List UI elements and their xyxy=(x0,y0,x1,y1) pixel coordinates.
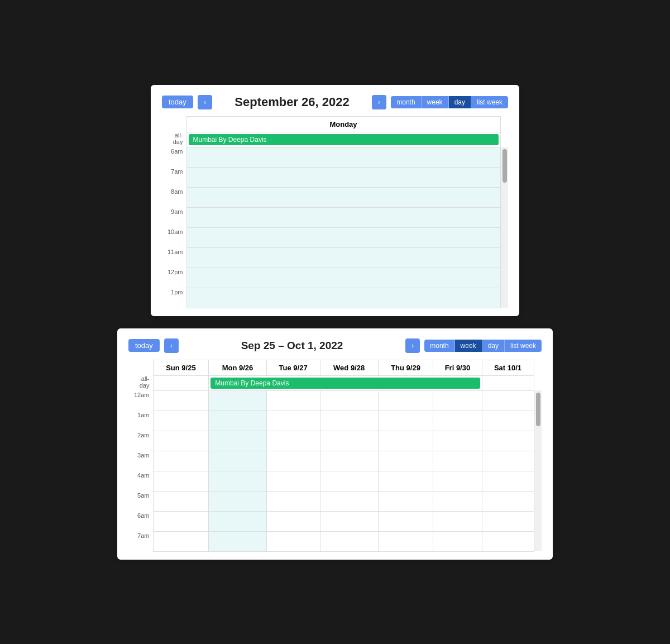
week-scrollbar[interactable] xyxy=(534,390,542,551)
day-grid: Monday all-day Mumbai By Deepa Davis 6am xyxy=(162,116,508,308)
top-view-buttons: month week day list week xyxy=(391,96,508,108)
time-row-6am: 6am xyxy=(162,147,508,167)
bottom-view-listweek[interactable]: list week xyxy=(505,340,542,352)
time-6am: 6am xyxy=(162,147,186,167)
week-row-5am: 5am xyxy=(128,491,542,511)
scrollbar[interactable] xyxy=(500,147,508,308)
week-allday-event-cell: Mumbai By Deepa Davis xyxy=(209,375,482,390)
day-toolbar: today ‹ September 26, 2022 › month week … xyxy=(162,95,508,109)
top-view-listweek[interactable]: list week xyxy=(471,96,508,108)
top-today-button[interactable]: today xyxy=(162,96,193,108)
week-col-sun: Sun 9/25 xyxy=(153,360,209,375)
day-view-card: today ‹ September 26, 2022 › month week … xyxy=(151,85,519,316)
bottom-event-bar[interactable]: Mumbai By Deepa Davis xyxy=(210,378,480,389)
allday-cell: Mumbai By Deepa Davis xyxy=(186,132,500,147)
week-toolbar: today ‹ Sep 25 – Oct 1, 2022 › month wee… xyxy=(128,338,542,353)
week-row-1am: 1am xyxy=(128,411,542,431)
top-date-title: September 26, 2022 xyxy=(217,95,367,109)
week-view-card: today ‹ Sep 25 – Oct 1, 2022 › month wee… xyxy=(117,328,553,560)
week-allday-row: all-day Mumbai By Deepa Davis xyxy=(128,375,542,390)
time-row-11am: 11am xyxy=(162,247,508,268)
bottom-today-button[interactable]: today xyxy=(128,339,160,352)
day-col-header: Monday xyxy=(186,116,500,132)
week-col-mon: Mon 9/26 xyxy=(209,360,266,375)
bottom-view-month[interactable]: month xyxy=(424,340,454,352)
week-col-sat: Sat 10/1 xyxy=(482,360,534,375)
time-row-10am: 10am xyxy=(162,227,508,247)
scroll-thumb xyxy=(502,149,507,183)
week-col-fri: Fri 9/30 xyxy=(433,360,482,375)
week-row-7am: 7am xyxy=(128,531,542,551)
time-row-8am: 8am xyxy=(162,187,508,207)
bottom-date-title: Sep 25 – Oct 1, 2022 xyxy=(183,340,401,352)
allday-row: all-day Mumbai By Deepa Davis xyxy=(162,132,508,147)
top-view-month[interactable]: month xyxy=(391,96,421,108)
bottom-view-week[interactable]: week xyxy=(455,340,482,352)
time-row-1pm: 1pm xyxy=(162,288,508,308)
allday-label: all-day xyxy=(162,132,186,147)
week-col-thu: Thu 9/29 xyxy=(378,360,433,375)
week-row-12am: 12am xyxy=(128,390,542,411)
week-grid: Sun 9/25 Mon 9/26 Tue 9/27 Wed 9/28 Thu … xyxy=(128,360,542,552)
week-scroll-thumb xyxy=(536,393,540,426)
time-row-9am: 9am xyxy=(162,207,508,227)
week-row-2am: 2am xyxy=(128,431,542,451)
week-allday-sun xyxy=(153,375,209,390)
bottom-view-day[interactable]: day xyxy=(482,340,505,352)
top-prev-button[interactable]: ‹ xyxy=(198,95,212,109)
top-next-button[interactable]: › xyxy=(372,95,386,109)
time-row-12pm: 12pm xyxy=(162,268,508,288)
top-view-week[interactable]: week xyxy=(422,96,449,108)
week-allday-label: all-day xyxy=(128,375,153,390)
bottom-view-buttons: month week day list week xyxy=(424,340,542,352)
week-row-3am: 3am xyxy=(128,451,542,471)
week-col-wed: Wed 9/28 xyxy=(320,360,378,375)
week-row-4am: 4am xyxy=(128,471,542,491)
week-col-tue: Tue 9/27 xyxy=(266,360,320,375)
top-event-bar[interactable]: Mumbai By Deepa Davis xyxy=(189,134,499,145)
top-view-day[interactable]: day xyxy=(449,96,471,108)
week-allday-sat xyxy=(482,375,534,390)
bottom-next-button[interactable]: › xyxy=(405,338,420,353)
time-row-7am: 7am xyxy=(162,167,508,187)
bottom-prev-button[interactable]: ‹ xyxy=(164,338,179,353)
week-row-6am: 6am xyxy=(128,511,542,531)
